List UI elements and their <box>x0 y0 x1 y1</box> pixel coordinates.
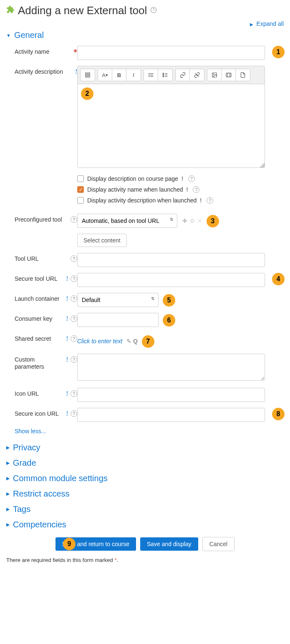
help-icon[interactable]: ? <box>71 410 77 417</box>
callout-1: 1 <box>272 46 285 58</box>
info-icon[interactable]: ! <box>66 315 68 321</box>
section-grade[interactable]: ▶ Grade <box>6 458 284 468</box>
chevron-right-icon: ▶ <box>6 460 10 466</box>
font-size-icon[interactable]: A▾ <box>98 69 112 81</box>
required-fields-note: There are required fields in this form m… <box>6 557 284 563</box>
chevron-right-icon: ▶ <box>6 522 10 527</box>
bullet-list-icon[interactable] <box>144 69 158 81</box>
label-launch-container: Launch container ! ? <box>6 293 77 302</box>
tool-url-input[interactable] <box>77 253 265 267</box>
puzzle-icon <box>6 5 15 16</box>
image-icon[interactable] <box>207 69 222 81</box>
help-icon[interactable]: ? <box>71 275 77 282</box>
info-icon[interactable]: ! <box>187 186 188 193</box>
callout-5: 5 <box>163 294 175 307</box>
help-icon[interactable]: ? <box>71 216 77 223</box>
custom-parameters-input[interactable] <box>77 354 265 381</box>
help-icon[interactable]: ? <box>71 295 77 302</box>
help-icon[interactable]: ? <box>71 335 77 342</box>
checkbox-display-desc-course[interactable] <box>77 175 84 182</box>
unlink-icon[interactable] <box>190 69 204 81</box>
cancel-button[interactable]: Cancel <box>202 537 235 551</box>
preconfigured-tool-select[interactable]: Automatic, based on tool URL <box>77 214 177 228</box>
add-tool-icon[interactable]: ✚ <box>182 217 187 224</box>
section-common[interactable]: ▶ Common module settings <box>6 474 284 483</box>
info-icon[interactable]: ! <box>182 175 183 182</box>
page-title-text: Adding a new External tool <box>18 4 147 17</box>
delete-tool-icon[interactable]: ✕ <box>197 217 202 224</box>
svg-rect-20 <box>226 73 231 77</box>
magnify-icon[interactable]: Q <box>133 338 138 344</box>
section-restrict-label: Restrict access <box>13 489 70 499</box>
info-icon[interactable]: ! <box>66 295 68 301</box>
launch-container-select[interactable]: Default <box>77 293 159 307</box>
label-shared-secret: Shared secret ! ? <box>6 333 77 342</box>
label-display-desc-course: Display description on course page <box>87 175 178 182</box>
help-icon[interactable]: ? <box>207 197 213 204</box>
editor-content-area[interactable]: 2 <box>78 84 265 167</box>
icon-url-input[interactable] <box>77 388 265 402</box>
pencil-icon[interactable]: ✎ <box>126 338 131 344</box>
bold-icon[interactable]: B <box>112 69 126 81</box>
help-icon[interactable]: ? <box>71 356 77 363</box>
label-secure-icon-url: Secure icon URL ! ? <box>6 408 77 417</box>
section-grade-label: Grade <box>13 458 36 468</box>
section-tags[interactable]: ▶ Tags <box>6 504 284 514</box>
label-secure-tool-url: Secure tool URL ! ? <box>6 273 77 282</box>
label-display-desc-launch: Display activity description when launch… <box>87 197 197 204</box>
callout-3: 3 <box>207 215 219 227</box>
info-icon[interactable]: ! <box>66 275 68 281</box>
section-general[interactable]: ▼ General <box>6 30 284 40</box>
label-activity-description: Activity description ! <box>6 66 77 75</box>
callout-8: 8 <box>272 408 285 420</box>
link-icon[interactable] <box>176 69 190 81</box>
section-restrict[interactable]: ▶ Restrict access <box>6 489 284 499</box>
expand-all-link[interactable]: ▶ Expand all <box>6 20 284 27</box>
help-icon[interactable]: ? <box>188 175 195 182</box>
label-tool-url: Tool URL ? <box>6 253 77 262</box>
svg-rect-2 <box>88 73 90 75</box>
rich-text-editor: A▾ B I 123 2 <box>77 66 265 168</box>
help-icon[interactable]: ? <box>71 315 77 322</box>
select-content-button[interactable]: Select content <box>77 234 127 247</box>
edit-tool-icon[interactable]: ✿ <box>190 217 195 224</box>
checkbox-display-desc-launch[interactable] <box>77 197 84 204</box>
section-competencies[interactable]: ▶ Competencies <box>6 520 284 529</box>
activity-name-input[interactable] <box>77 46 265 60</box>
info-icon[interactable]: ! <box>66 356 68 362</box>
section-privacy[interactable]: ▶ Privacy <box>6 443 284 452</box>
checkbox-display-name-launch[interactable]: ✓ <box>77 186 84 193</box>
info-icon[interactable]: ! <box>66 390 68 396</box>
help-icon[interactable]: ? <box>71 255 77 262</box>
files-icon[interactable] <box>236 69 250 81</box>
section-tags-label: Tags <box>13 504 30 514</box>
chevron-right-icon: ▶ <box>6 507 10 512</box>
svg-text:3: 3 <box>163 76 164 77</box>
italic-icon[interactable]: I <box>126 69 141 81</box>
consumer-key-input[interactable] <box>77 313 159 327</box>
info-icon[interactable]: ! <box>66 335 68 341</box>
label-preconfigured-tool: Preconfigured tool ? <box>6 214 77 223</box>
number-list-icon[interactable]: 123 <box>158 69 172 81</box>
secure-tool-url-input[interactable] <box>77 273 265 287</box>
expand-all-text: Expand all <box>257 20 284 27</box>
secure-icon-url-input[interactable] <box>77 408 265 422</box>
help-icon[interactable] <box>150 7 157 15</box>
media-icon[interactable] <box>222 69 236 81</box>
shared-secret-link[interactable]: Click to enter text <box>77 338 122 344</box>
show-less-link[interactable]: Show less... <box>15 428 46 434</box>
save-display-button[interactable]: Save and display <box>140 537 198 551</box>
callout-7: 7 <box>142 335 154 348</box>
help-icon[interactable]: ? <box>193 186 199 193</box>
editor-toolbar: A▾ B I 123 <box>78 66 265 84</box>
info-icon[interactable]: ! <box>200 197 202 204</box>
chevron-right-icon: ▶ <box>6 445 10 450</box>
section-competencies-label: Competencies <box>13 520 66 529</box>
help-icon[interactable]: ? <box>71 390 77 397</box>
toolbar-expand-icon[interactable] <box>81 69 95 81</box>
resize-handle-icon[interactable] <box>260 162 265 167</box>
info-icon[interactable]: ! <box>66 410 68 416</box>
required-icon: ✱ <box>73 48 77 54</box>
section-privacy-label: Privacy <box>13 443 40 452</box>
svg-rect-3 <box>86 75 87 77</box>
